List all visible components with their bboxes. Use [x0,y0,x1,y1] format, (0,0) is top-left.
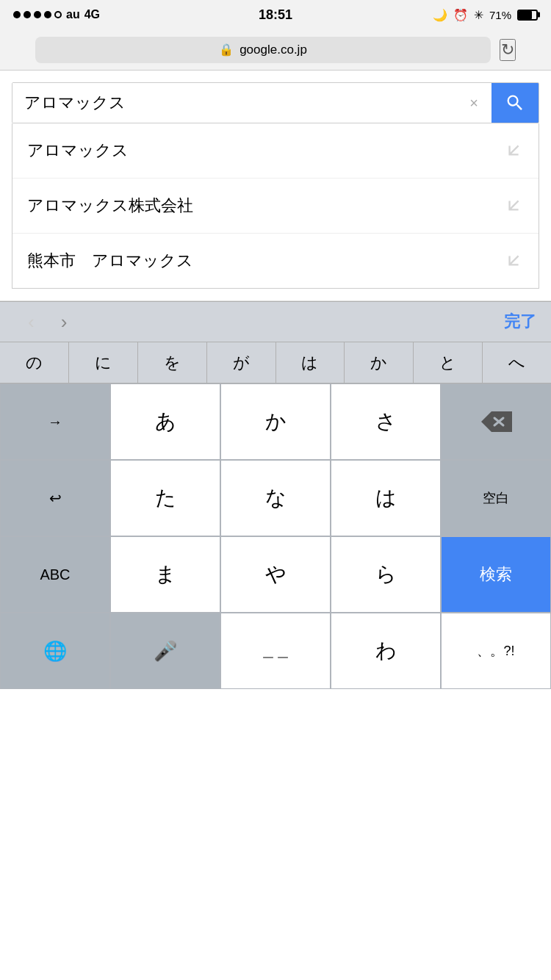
predictive-row: の に を が は か と へ [0,342,551,383]
key-row-2: ↩ た な は 空白 [0,460,551,536]
search-clear-button[interactable]: × [456,83,491,123]
delete-icon [480,410,512,433]
search-area: × アロマックス アロマックス株式会社 熊本市 アロマックス [0,71,551,301]
pred-が[interactable]: が [207,342,276,383]
search-input[interactable] [12,83,456,123]
key-a[interactable]: あ [110,383,220,460]
pred-の[interactable]: の [0,342,69,383]
battery-percent: 71% [489,9,511,21]
suggestion-text-2: 熊本市 アロマックス [27,250,193,272]
done-button[interactable]: 完了 [504,311,536,333]
key-ta[interactable]: た [110,460,220,536]
key-abc[interactable]: ABC [0,536,110,613]
search-input-row: × [12,82,539,123]
dot1 [13,11,21,18]
key-row-4: 🌐 🎤 ＿＿ わ 、。?! [0,613,551,689]
key-sa[interactable]: さ [331,383,441,460]
reload-button[interactable]: ↻ [500,39,516,61]
key-return[interactable]: ↩ [0,460,110,536]
battery-icon [517,10,538,21]
suggestion-arrow-icon-0 [503,140,524,161]
battery-fill [519,11,532,19]
dot5 [54,11,62,18]
suggestions-list: アロマックス アロマックス株式会社 熊本市 アロマックス [12,123,539,289]
pred-は[interactable]: は [276,342,345,383]
dot4 [44,11,51,18]
pred-を[interactable]: を [138,342,207,383]
key-arrow[interactable]: → [0,383,110,460]
suggestion-text-0: アロマックス [27,140,129,162]
lock-icon: 🔒 [219,43,234,57]
key-ka[interactable]: か [220,383,331,460]
key-underscore[interactable]: ＿＿ [220,613,331,689]
pred-か[interactable]: か [345,342,414,383]
carrier-label: au [66,8,80,21]
search-submit-button[interactable] [491,83,539,123]
nav-forward-button[interactable]: › [48,311,81,334]
status-bar: au 4G 18:51 🌙 ⏰ ✳ 71% [0,0,551,29]
key-delete[interactable] [441,383,551,460]
keyboard: → あ か さ ↩ た な は 空白 ABC ま や ら 検索 🌐 🎤 ＿＿ わ… [0,383,551,689]
keyboard-toolbar: ‹ › 完了 [0,301,551,342]
key-space[interactable]: 空白 [441,460,551,536]
bluetooth-icon: ✳ [474,8,483,22]
dot3 [34,11,41,18]
suggestion-item-0[interactable]: アロマックス [12,123,539,179]
network-label: 4G [84,8,100,21]
suggestion-item-2[interactable]: 熊本市 アロマックス [12,234,539,288]
suggestion-item-1[interactable]: アロマックス株式会社 [12,179,539,234]
address-text: google.co.jp [240,43,307,57]
nav-back-button[interactable]: ‹ [15,311,48,334]
key-row-1: → あ か さ [0,383,551,460]
key-wa[interactable]: わ [331,613,441,689]
key-row-3: ABC ま や ら 検索 [0,536,551,613]
alarm-icon: ⏰ [453,8,468,22]
moon-icon: 🌙 [433,8,447,22]
key-ra[interactable]: ら [331,536,441,613]
pred-と[interactable]: と [414,342,483,383]
key-search[interactable]: 検索 [441,536,551,613]
key-globe[interactable]: 🌐 [0,613,110,689]
suggestion-text-1: アロマックス株式会社 [27,195,193,217]
key-mic[interactable]: 🎤 [110,613,220,689]
suggestion-arrow-icon-2 [503,251,524,271]
pred-に[interactable]: に [69,342,138,383]
key-na[interactable]: な [220,460,331,536]
status-time: 18:51 [259,7,292,23]
status-right: 🌙 ⏰ ✳ 71% [433,8,538,22]
address-bar: 🔒 google.co.jp ↻ [0,29,551,71]
search-icon [505,93,525,113]
key-punct[interactable]: 、。?! [441,613,551,689]
suggestion-arrow-icon-1 [503,195,524,216]
key-ha[interactable]: は [331,460,441,536]
status-left: au 4G [13,8,100,21]
key-ya[interactable]: や [220,536,331,613]
clear-icon: × [469,95,478,112]
pred-へ[interactable]: へ [483,342,551,383]
address-pill[interactable]: 🔒 google.co.jp [35,37,491,63]
signal-dots [13,11,62,18]
dot2 [24,11,31,18]
key-ma[interactable]: ま [110,536,220,613]
